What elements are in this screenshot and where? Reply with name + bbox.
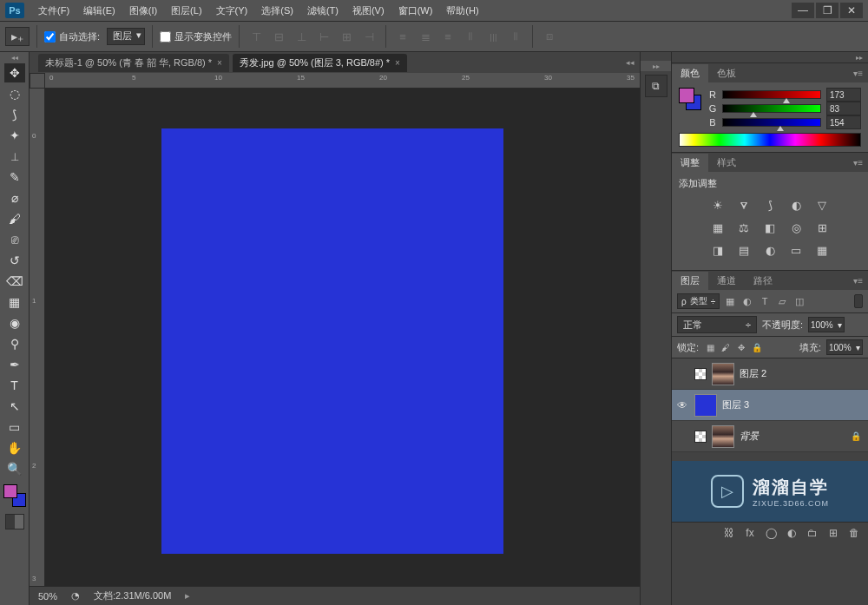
filter-adjust-icon[interactable]: ◐ [740,294,754,308]
healing-brush-tool[interactable]: ⌀ [4,188,25,207]
visibility-toggle-icon[interactable]: 👁 [675,430,689,444]
color-spectrum[interactable] [679,133,861,147]
new-group-icon[interactable]: 🗀 [806,526,819,540]
bw-icon[interactable]: ◧ [761,220,779,235]
current-tool-indicator[interactable]: ▸₊ [5,27,30,46]
panel-menu-icon[interactable]: ▾≡ [853,69,863,78]
ruler-vertical[interactable]: 0 1 2 3 [30,89,45,586]
b-input[interactable] [826,115,861,129]
zoom-tool[interactable]: 🔍 [4,459,25,478]
filter-type-icon[interactable]: T [758,294,772,308]
tab-paths[interactable]: 路径 [745,272,781,290]
g-input[interactable] [826,102,861,115]
tab-color[interactable]: 颜色 [672,64,708,82]
link-layers-icon[interactable]: ⛓ [722,526,736,540]
distribute-right-icon[interactable]: ⫴ [506,27,525,46]
panel-menu-icon[interactable]: ▾≡ [853,158,863,168]
history-panel-icon[interactable]: ⧉ [645,75,667,97]
r-slider[interactable] [722,90,821,99]
move-tool[interactable]: ✥ [4,63,25,82]
color-preview-swatches[interactable] [679,88,701,110]
align-top-icon[interactable]: ⊤ [247,27,266,46]
tabs-collapse-handle[interactable]: ◂◂ [626,58,635,67]
blur-tool[interactable]: ◉ [4,313,25,332]
invert-icon[interactable]: ◨ [709,242,727,258]
menu-window[interactable]: 窗口(W) [391,3,440,19]
layer-thumbnail[interactable] [712,363,734,385]
document-tab[interactable]: 秀发.jpg @ 50% (图层 3, RGB/8#) * × [233,54,407,72]
window-minimize-button[interactable]: — [792,3,814,18]
menu-edit[interactable]: 编辑(E) [76,3,122,19]
distribute-left-icon[interactable]: ⫴ [461,27,480,46]
filter-smart-icon[interactable]: ◫ [792,294,806,308]
close-icon[interactable]: × [217,58,222,68]
auto-select-target-dropdown[interactable]: 图层 [107,28,145,45]
layer-name[interactable]: 图层 3 [722,398,865,411]
g-slider[interactable] [722,104,821,113]
document-tab[interactable]: 未标题-1 @ 50% (青 春 韶 华, RGB/8) * × [38,54,229,72]
channel-mixer-icon[interactable]: ⊞ [813,220,831,235]
canvas-viewport[interactable] [45,89,640,586]
brush-tool[interactable]: 🖌 [4,209,25,228]
align-left-icon[interactable]: ⊢ [314,27,333,46]
color-balance-icon[interactable]: ⚖ [735,220,753,235]
clone-stamp-tool[interactable]: ⎚ [4,230,25,249]
lasso-tool[interactable]: ⟆ [4,105,25,124]
history-brush-tool[interactable]: ↺ [4,251,25,270]
ruler-horizontal[interactable]: 0 5 10 15 20 25 30 35 [45,73,640,89]
marquee-tool[interactable]: ◌ [4,84,25,103]
align-right-icon[interactable]: ⊣ [359,27,378,46]
layer-item[interactable]: 👁 图层 3 [672,390,868,421]
tab-styles[interactable]: 样式 [708,154,745,172]
menu-image[interactable]: 图像(I) [122,3,164,19]
close-icon[interactable]: × [395,58,400,68]
align-vcenter-icon[interactable]: ⊟ [269,27,288,46]
auto-select-checkbox[interactable]: 自动选择: [44,30,100,43]
fill-input[interactable]: 100%▾ [826,339,863,355]
layer-filter-kind-dropdown[interactable]: ρ 类型 ÷ [677,293,720,309]
visibility-toggle-icon[interactable]: 👁 [675,367,689,381]
gradient-map-icon[interactable]: ▭ [787,242,805,258]
opacity-input[interactable]: 100%▾ [808,317,845,332]
crop-tool[interactable]: ⟂ [4,147,25,166]
doc-size[interactable]: 文档:2.31M/6.00M [94,589,171,602]
status-menu-arrow-icon[interactable]: ▸ [185,590,190,602]
foreground-color-swatch[interactable] [3,484,17,498]
shape-tool[interactable]: ▭ [4,418,25,437]
tab-channels[interactable]: 通道 [708,272,745,290]
lock-all-icon[interactable]: 🔒 [751,341,763,353]
layer-mask-icon[interactable]: ◯ [764,526,778,540]
panels-collapse-handle[interactable]: ▸▸ [672,52,868,62]
tab-layers[interactable]: 图层 [672,272,708,290]
ruler-origin[interactable] [30,73,45,89]
layer-item[interactable]: 👁 背景 🔒 [672,421,868,452]
lock-pixels-icon[interactable]: 🖌 [720,341,732,353]
filter-pixel-icon[interactable]: ▦ [723,294,737,308]
toolbox-collapse-handle[interactable]: ◂◂ [0,52,29,62]
selective-color-icon[interactable]: ▦ [813,242,831,258]
magic-wand-tool[interactable]: ✦ [4,126,25,145]
distribute-top-icon[interactable]: ≡ [393,27,412,46]
eyedropper-tool[interactable]: ✎ [4,168,25,187]
layer-item[interactable]: 👁 图层 2 [672,358,868,390]
photo-filter-icon[interactable]: ◎ [787,220,805,235]
3d-mode-icon[interactable]: ⧈ [540,27,559,46]
canvas[interactable] [161,128,503,554]
posterize-icon[interactable]: ▤ [735,242,753,258]
visibility-toggle-icon[interactable]: 👁 [675,398,689,412]
lock-transparent-icon[interactable]: ▦ [704,341,716,353]
panel-menu-icon[interactable]: ▾≡ [853,276,863,286]
brightness-icon[interactable]: ☀ [709,197,727,213]
align-bottom-icon[interactable]: ⊥ [292,27,311,46]
levels-icon[interactable]: ⛛ [735,197,753,213]
new-fill-icon[interactable]: ◐ [785,526,799,540]
threshold-icon[interactable]: ◐ [761,242,779,258]
menu-select[interactable]: 选择(S) [254,3,300,19]
dock-collapse-handle[interactable]: ▸▸ [641,61,671,71]
menu-filter[interactable]: 滤镜(T) [300,3,345,19]
menu-help[interactable]: 帮助(H) [439,3,485,19]
layer-name[interactable]: 背景 [740,430,845,443]
tab-adjustments[interactable]: 调整 [672,154,708,172]
tab-swatches[interactable]: 色板 [708,64,745,82]
distribute-hcenter-icon[interactable]: ⫼ [483,27,503,46]
